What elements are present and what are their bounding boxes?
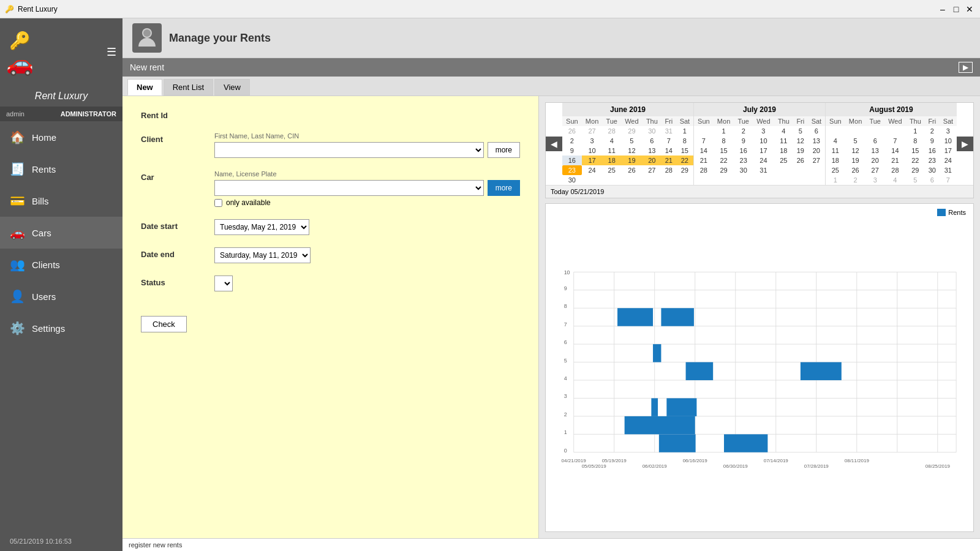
header-icon [132,23,162,53]
app-icon: 🔑 [5,5,14,13]
hamburger-button[interactable]: ☰ [107,45,116,59]
tab-new[interactable]: New [127,79,162,96]
sidebar: 🔑 🚗 ☰ Rent Luxury admin ADMINISTRATOR 🏠 … [0,18,123,551]
sidebar-item-settings[interactable]: ⚙️ Settings [0,312,123,344]
car-row: Car Name, License Plate more only availa… [141,170,520,207]
only-available-checkbox[interactable] [214,199,222,207]
table-row: 18192021222324 [826,156,957,165]
client-more-button[interactable]: more [488,142,520,158]
minimize-button[interactable]: – [937,4,948,15]
home-icon: 🏠 [10,130,24,144]
date-end-select[interactable]: Saturday, May 11, 2019 [214,247,311,263]
sidebar-item-home-label: Home [32,132,56,143]
app-title: Rent Luxury [18,5,58,13]
bills-icon: 💳 [10,193,24,208]
datetime-display: 05/21/2019 10:16:53 [10,538,72,545]
calendar-next-button[interactable]: ▶ [957,137,973,151]
sidebar-user: admin ADMINISTRATOR [0,107,123,121]
sidebar-item-users[interactable]: 👤 Users [0,280,123,312]
main-split: Rent Id Client First Name, Last Name, CI… [123,96,980,538]
sidebar-item-cars-label: Cars [32,228,51,238]
settings-icon: ⚙️ [10,321,24,335]
status-message: register new rents [129,541,182,549]
sidebar-item-bills[interactable]: 💳 Bills [0,185,123,217]
user-name: admin [6,110,24,118]
table-row: 123 [826,126,957,136]
maximize-button[interactable]: □ [951,4,962,15]
svg-point-1 [143,29,151,37]
rent-id-label: Rent Id [141,108,214,120]
chart-legend: Rents [937,209,966,216]
sidebar-item-clients[interactable]: 👥 Clients [0,249,123,280]
client-input-row: more [214,142,520,158]
table-row: 23242526272829 [562,165,693,175]
app-container: 🔑 🚗 ☰ Rent Luxury admin ADMINISTRATOR 🏠 … [0,18,980,551]
sidebar-item-cars[interactable]: 🚗 Cars [0,217,123,249]
today-cell[interactable]: 23 [562,165,582,175]
svg-text:5: 5 [564,358,567,364]
sidebar-item-users-label: Users [32,291,56,302]
thu-header: Thu [643,116,662,126]
sidebar-item-rents[interactable]: 🧾 Rents [0,153,123,185]
client-select[interactable] [214,142,484,158]
clients-icon: 👥 [10,257,24,272]
chart-bar [659,434,696,452]
car-icon: 🚗 [6,51,34,77]
tue-header: Tue [602,116,620,126]
table-row: 11121314151617 [826,146,957,156]
svg-text:06/16/2019: 06/16/2019 [683,458,708,463]
date-end-row: Date end Saturday, May 11, 2019 [141,247,520,263]
tab-rent-list[interactable]: Rent List [164,79,213,96]
table-row: 1234567 [826,175,957,185]
svg-text:06/30/2019: 06/30/2019 [723,463,748,469]
sun-header: Sun [562,116,582,126]
svg-text:2: 2 [564,411,567,418]
car-control-group: Name, License Plate more only available [214,170,520,207]
section-expand-button[interactable]: ▶ [959,62,973,73]
june-calendar: June 2019 Sun Mon Tue Wed Thu [562,103,694,185]
calendar-prev-button[interactable]: ◀ [546,137,562,151]
date-start-select[interactable]: Tuesday, May 21, 2019 [214,219,309,235]
svg-text:06/02/2019: 06/02/2019 [643,463,668,469]
car-hint: Name, License Plate [214,170,520,178]
table-row: 45678910 [826,136,957,146]
calendars-grid: June 2019 Sun Mon Tue Wed Thu [562,103,957,185]
chart-bar [666,398,696,416]
legend-color-box [937,209,946,216]
august-grid: SunMonTueWedThuFriSat 123 45678910 [826,116,957,185]
client-label: Client [141,132,214,144]
svg-text:08/11/2019: 08/11/2019 [845,458,870,463]
rent-id-row: Rent Id [141,108,520,120]
check-button[interactable]: Check [141,316,187,332]
key-icon: 🔑 [6,31,34,51]
july-grid: SunMonTueWedThuFriSat 123456 78910111213 [694,116,825,175]
fri-header: Fri [662,116,676,126]
only-available-row: only available [214,198,520,207]
table-row: 21222324252627 [694,156,825,165]
window-controls[interactable]: – □ ✕ [937,4,975,15]
chart-bar [617,308,653,326]
table-row: 16171819202122 [562,156,693,165]
table-row: 30 [562,175,693,185]
svg-text:04/21/2019: 04/21/2019 [562,458,587,463]
svg-text:05/05/2019: 05/05/2019 [582,463,607,469]
rents-icon: 🧾 [10,162,24,176]
cars-icon: 🚗 [10,225,24,240]
svg-text:08/25/2019: 08/25/2019 [925,463,951,469]
sidebar-item-home[interactable]: 🏠 Home [0,121,123,153]
chart-container: Rents 0 1 2 3 4 5 6 7 8 9 10 [545,203,974,532]
close-button[interactable]: ✕ [964,4,975,15]
tabs-bar: New Rent List View [123,77,980,96]
tab-view[interactable]: View [214,79,250,96]
status-select[interactable] [214,276,233,291]
status-row: Status [141,276,520,291]
legend-label: Rents [948,209,966,216]
table-row: 28293031 [694,165,825,175]
august-calendar: August 2019 SunMonTueWedThuFriSat 123 [826,103,957,185]
svg-text:0: 0 [564,448,567,454]
svg-text:10: 10 [564,269,570,276]
sat-header: Sat [676,116,693,126]
car-select[interactable] [214,180,484,196]
car-more-button[interactable]: more [488,180,520,196]
svg-text:07/28/2019: 07/28/2019 [804,463,829,469]
